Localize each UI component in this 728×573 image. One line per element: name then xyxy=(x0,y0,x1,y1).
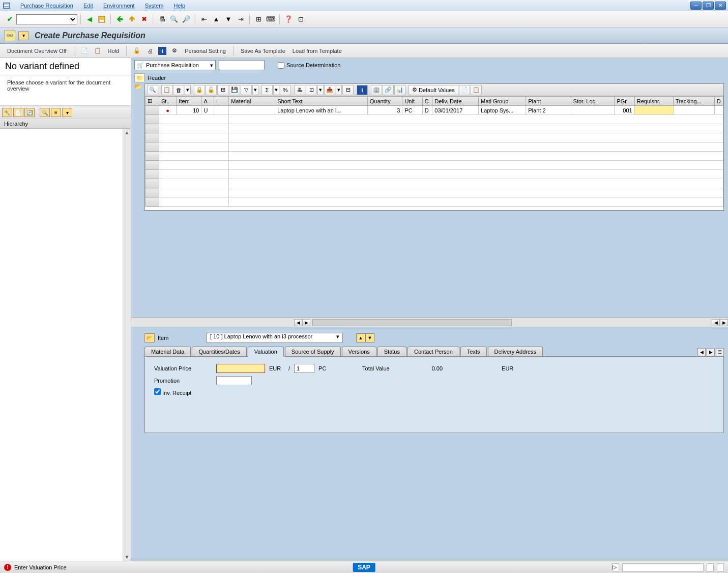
prev-page-icon[interactable]: ▲ xyxy=(211,14,222,25)
first-page-icon[interactable]: ⇤ xyxy=(198,14,210,25)
valuation-price-input[interactable] xyxy=(216,364,265,373)
col-deliv[interactable]: Deliv. Date xyxy=(432,97,479,106)
grid-copy-icon[interactable]: 📋 xyxy=(161,85,172,95)
cell-requisnr[interactable] xyxy=(634,106,673,115)
grid-save-icon[interactable]: 💾 xyxy=(229,85,240,95)
info-icon[interactable]: i xyxy=(158,47,166,55)
source-determination-checkbox[interactable]: Source Determination xyxy=(278,62,340,69)
grid-info2-icon[interactable]: i xyxy=(357,85,368,95)
tab-source-of-supply[interactable]: Source of Supply xyxy=(285,347,341,356)
cell-tracking[interactable] xyxy=(673,106,714,115)
last-page-icon[interactable]: ⇥ xyxy=(235,14,246,25)
hscroll-left2-icon[interactable]: ◀ xyxy=(712,319,720,326)
grid-filter-icon[interactable]: ▽ xyxy=(241,85,252,95)
promotion-input[interactable] xyxy=(216,376,252,385)
items-table[interactable]: ⊞ St.. Item A I Material Short Text Quan… xyxy=(145,96,723,207)
col-i[interactable]: I xyxy=(214,97,228,106)
personal-setting-button[interactable]: Personal Setting xyxy=(183,47,228,55)
grid-settings-icon[interactable]: ⊟ xyxy=(342,85,354,95)
menu-help[interactable]: Help xyxy=(168,2,190,10)
cell-pgr[interactable]: 001 xyxy=(615,106,634,115)
check-icon[interactable]: 🔓 xyxy=(132,46,142,56)
personal-settings-icon[interactable]: ⚙ xyxy=(169,46,180,56)
item-prev-button[interactable]: ▲ xyxy=(356,333,365,342)
grid-struct-icon[interactable]: 🔗 xyxy=(383,85,394,95)
col-material[interactable]: Material xyxy=(229,97,275,106)
display-toggle-icon[interactable]: 👓 xyxy=(4,30,15,41)
grid-unlock-icon[interactable]: 🔓 xyxy=(206,85,217,95)
variant-icon-6[interactable]: ▾ xyxy=(62,108,72,117)
hold-button[interactable]: Hold xyxy=(106,47,122,55)
new-session-icon[interactable]: ⊞ xyxy=(253,14,264,25)
source-determination-input[interactable] xyxy=(278,62,284,69)
cell-d[interactable] xyxy=(714,106,723,115)
cell-deliv[interactable]: 03/01/2017 xyxy=(432,106,479,115)
tab-delivery-address[interactable]: Delivery Address xyxy=(488,347,543,356)
cell-stor[interactable] xyxy=(571,106,615,115)
grid-print-icon[interactable]: 🖶 xyxy=(294,85,305,95)
col-pgr[interactable]: PGr xyxy=(615,97,634,106)
item-next-button[interactable]: ▼ xyxy=(365,333,374,342)
command-field[interactable] xyxy=(16,14,77,24)
grid-layout-icon[interactable]: ⊞ xyxy=(217,85,228,95)
grid-export-icon[interactable]: 📤 xyxy=(324,85,335,95)
tab-scroll-left-icon[interactable]: ◀ xyxy=(697,348,706,356)
hscroll-right-icon[interactable]: ▶ xyxy=(302,319,310,326)
hscroll-right2-icon[interactable]: ▶ xyxy=(720,319,728,326)
the-variant-icon-1[interactable]: 🔧 xyxy=(2,108,12,117)
back-button[interactable]: ◀ xyxy=(84,14,95,25)
grid-last2-icon[interactable]: 📋 xyxy=(471,85,482,95)
grid-last1-icon[interactable]: 📄 xyxy=(459,85,470,95)
tab-quantities-dates[interactable]: Quantities/Dates xyxy=(192,347,246,356)
menu-environment[interactable]: Environment xyxy=(98,2,140,10)
next-page-icon[interactable]: ▼ xyxy=(223,14,234,25)
table-row[interactable] xyxy=(145,152,723,161)
item-overview-toggle[interactable]: 📂 xyxy=(132,81,143,92)
pr-number-input[interactable] xyxy=(219,60,265,70)
scroll-down-icon[interactable]: ▼ xyxy=(124,553,131,561)
cancel-icon[interactable]: ✖ xyxy=(138,14,150,25)
table-row[interactable] xyxy=(145,179,723,188)
item-selector-dropdown[interactable]: [ 10 ] Laptop Lenovo with an i3 processo… xyxy=(207,333,343,343)
enter-button[interactable]: ✔ xyxy=(4,14,15,25)
release-icon[interactable]: 🖨 xyxy=(145,46,155,56)
tab-contact-person[interactable]: Contact Person xyxy=(407,347,459,356)
window-minimize-button[interactable]: ─ xyxy=(690,2,702,10)
save-as-template-button[interactable]: Save As Template xyxy=(239,47,287,55)
col-d[interactable]: D xyxy=(714,97,723,106)
grid-delete-dd[interactable]: ▾ xyxy=(185,85,191,95)
create-icon[interactable]: 📄 xyxy=(79,46,90,56)
scroll-up-icon[interactable]: ▲ xyxy=(124,129,131,136)
table-row[interactable] xyxy=(145,133,723,142)
col-item[interactable]: Item xyxy=(177,97,201,106)
cell-matlgrp[interactable]: Laptop Sys... xyxy=(479,106,526,115)
col-matlgrp[interactable]: Matl Group xyxy=(479,97,526,106)
grid-delete-icon[interactable]: 🗑 xyxy=(173,85,184,95)
select-all-icon[interactable]: ⊞ xyxy=(145,97,159,106)
table-row[interactable] xyxy=(145,188,723,197)
col-plant[interactable]: Plant xyxy=(526,97,571,106)
table-row[interactable] xyxy=(145,115,723,124)
col-stor[interactable]: Stor. Loc. xyxy=(571,97,615,106)
cell-shorttext[interactable]: Laptop Lenovo with an i... xyxy=(275,106,368,115)
help-icon[interactable]: ❓ xyxy=(283,14,294,25)
table-row[interactable] xyxy=(145,170,723,179)
grid-details-icon[interactable]: 🔍 xyxy=(147,85,158,95)
sap-menu-icon[interactable] xyxy=(2,2,11,10)
load-from-template-button[interactable]: Load from Template xyxy=(290,47,344,55)
find-next-icon[interactable]: 🔎 xyxy=(181,14,192,25)
other-pr-icon[interactable]: 📋 xyxy=(93,46,103,56)
cell-plant[interactable]: Plant 2 xyxy=(526,106,571,115)
cell-unit[interactable]: PC xyxy=(402,106,422,115)
window-close-button[interactable]: ✕ xyxy=(715,2,726,10)
status-seg-1[interactable]: ▷ xyxy=(612,563,619,571)
row-selector[interactable] xyxy=(145,106,159,115)
table-row[interactable] xyxy=(145,197,723,207)
variant-icon-2[interactable]: 📄 xyxy=(13,108,23,117)
cell-i[interactable] xyxy=(214,106,228,115)
save-button[interactable] xyxy=(96,14,107,25)
grid-view-icon[interactable]: ⊡ xyxy=(306,85,317,95)
cell-qty[interactable]: 3 xyxy=(367,106,402,115)
col-c[interactable]: C xyxy=(422,97,432,106)
cell-item[interactable]: 10 xyxy=(177,106,201,115)
